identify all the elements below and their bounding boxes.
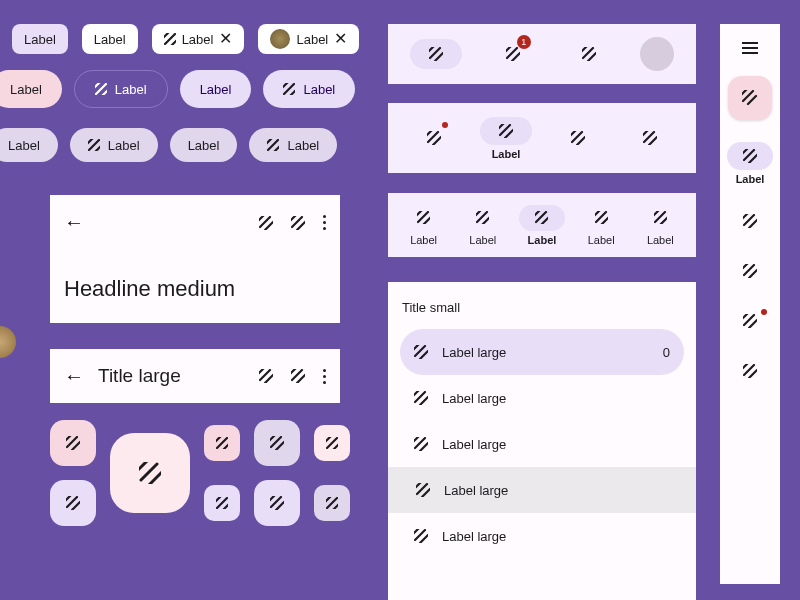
chip-label: Label [24, 32, 56, 47]
chip-label: Label [94, 32, 126, 47]
rail-label: Label [736, 173, 765, 185]
nav-item[interactable]: Label [460, 205, 506, 246]
list-label: Label large [442, 391, 506, 406]
badge-dot [761, 309, 767, 315]
list-item-selected[interactable]: Label large 0 [400, 329, 684, 375]
nav-item[interactable]: 1 [487, 39, 539, 69]
nav-item[interactable] [624, 124, 676, 152]
button-elevated[interactable]: Label [170, 128, 238, 162]
navigation-drawer: Title small Label large 0 Label large La… [388, 282, 696, 600]
fab-primary[interactable] [50, 420, 96, 466]
button-tonal-icon[interactable]: Label [263, 70, 355, 108]
fab-tertiary[interactable] [254, 480, 300, 526]
button-label: Label [188, 138, 220, 153]
back-icon[interactable]: ← [64, 211, 84, 234]
action-icon[interactable] [291, 369, 305, 383]
nav-item[interactable]: Label [401, 205, 447, 246]
nav-item[interactable] [563, 39, 615, 69]
rail-fab[interactable] [728, 76, 772, 120]
stripe-icon [164, 33, 176, 45]
buttons-row-3: Label Label Label Label [0, 128, 337, 162]
top-app-bar-medium: ← Headline medium [50, 195, 340, 323]
nav-label: Label [647, 234, 674, 246]
chip-label: Label [296, 32, 328, 47]
nav-item-active[interactable]: Label [480, 117, 532, 160]
button-tonal-pink[interactable]: Label [0, 70, 62, 108]
chip-label: Label [182, 32, 214, 47]
navigation-rail: Label [720, 24, 780, 584]
list-label: Label large [442, 529, 506, 544]
nav-item[interactable] [410, 39, 462, 69]
overflow-icon[interactable] [323, 215, 326, 230]
stripe-icon [283, 83, 295, 95]
button-tonal[interactable]: Label [180, 70, 252, 108]
chip-input-avatar[interactable]: Label ✕ [258, 24, 359, 54]
button-label: Label [303, 82, 335, 97]
nav-item[interactable]: Label [578, 205, 624, 246]
section-title: Title small [402, 300, 682, 315]
action-icon[interactable] [291, 216, 305, 230]
rail-item-active[interactable]: Label [727, 142, 773, 185]
chips-row: Label Label Label ✕ Label ✕ [12, 24, 359, 54]
close-icon[interactable]: ✕ [334, 31, 347, 47]
fab-grid [50, 420, 350, 526]
avatar-icon [0, 326, 16, 358]
nav-item[interactable]: Label [637, 205, 683, 246]
nav-item[interactable] [552, 124, 604, 152]
badge-count: 1 [517, 35, 531, 49]
stripe-icon [267, 139, 279, 151]
fab-large[interactable] [110, 433, 190, 513]
rail-item[interactable] [727, 307, 773, 335]
badge-dot [442, 122, 448, 128]
list-item[interactable]: Label large [400, 421, 684, 467]
button-filled[interactable]: Label [74, 70, 168, 108]
fab-tertiary[interactable] [50, 480, 96, 526]
navigation-bar-active-label: Label [388, 103, 696, 173]
navigation-bar-icons: 1 [388, 24, 696, 84]
nav-label: Label [469, 234, 496, 246]
avatar-icon [270, 29, 290, 49]
overflow-icon[interactable] [323, 369, 326, 384]
list-item[interactable]: Label large [400, 375, 684, 421]
fab-secondary[interactable] [254, 420, 300, 466]
action-icon[interactable] [259, 369, 273, 383]
nav-label: Label [492, 148, 521, 160]
top-app-bar-small: ← Title large [50, 349, 340, 403]
navigation-bar-labels: Label Label Label Label Label [388, 193, 696, 257]
rail-item[interactable] [727, 357, 773, 385]
nav-label: Label [528, 234, 557, 246]
list-count: 0 [663, 345, 670, 360]
button-elevated-icon[interactable]: Label [70, 128, 158, 162]
list-label: Label large [442, 437, 506, 452]
list-item[interactable]: Label large [400, 513, 684, 559]
rail-item[interactable] [727, 257, 773, 285]
button-elevated[interactable]: Label [0, 128, 58, 162]
chip-input[interactable]: Label ✕ [152, 24, 245, 54]
buttons-row-2: Label Label Label Label [0, 70, 355, 108]
rail-item[interactable] [727, 207, 773, 235]
list-item-hover[interactable]: Label large [388, 467, 696, 513]
action-icon[interactable] [259, 216, 273, 230]
chip-filter[interactable]: Label [82, 24, 138, 54]
stripe-icon [95, 83, 107, 95]
menu-icon[interactable] [742, 42, 758, 54]
button-label: Label [200, 82, 232, 97]
button-label: Label [8, 138, 40, 153]
fab-small[interactable] [314, 485, 350, 521]
page-title: Headline medium [64, 276, 326, 302]
list-label: Label large [444, 483, 508, 498]
nav-item-active[interactable]: Label [519, 205, 565, 246]
button-elevated-icon[interactable]: Label [249, 128, 337, 162]
button-label: Label [108, 138, 140, 153]
button-label: Label [287, 138, 319, 153]
close-icon[interactable]: ✕ [219, 31, 232, 47]
fab-small[interactable] [314, 425, 350, 461]
page-title: Title large [98, 365, 245, 387]
fab-small[interactable] [204, 485, 240, 521]
stripe-icon [88, 139, 100, 151]
nav-item[interactable] [408, 124, 460, 152]
nav-label: Label [588, 234, 615, 246]
fab-small[interactable] [204, 425, 240, 461]
back-icon[interactable]: ← [64, 365, 84, 388]
chip-assist[interactable]: Label [12, 24, 68, 54]
